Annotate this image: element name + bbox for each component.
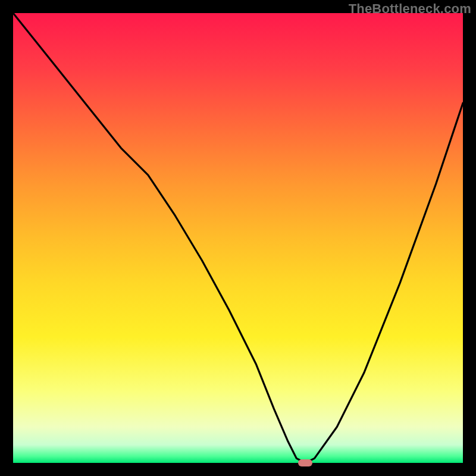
optimal-marker <box>298 459 312 466</box>
bottleneck-curve <box>13 13 463 463</box>
watermark-text: TheBottleneck.com <box>349 1 471 17</box>
chart-frame: TheBottleneck.com <box>0 0 476 476</box>
plot-area <box>13 13 463 463</box>
